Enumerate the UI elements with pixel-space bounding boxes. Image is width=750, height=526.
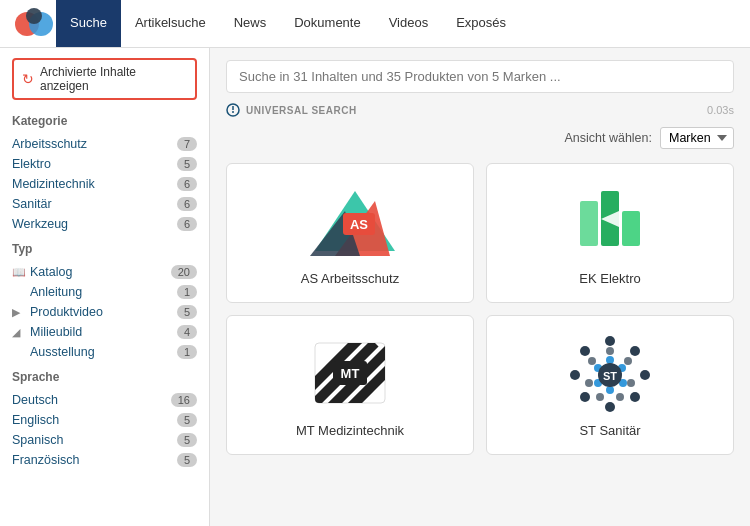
sidebar-item-franzosisch[interactable]: Französisch 5 [12, 450, 197, 470]
svg-text:AS: AS [350, 217, 368, 232]
sidebar-item-ausstellung[interactable]: Ausstellung 1 [12, 342, 197, 362]
svg-point-23 [605, 336, 615, 346]
brand-card-st[interactable]: ST ST Sanitär [486, 315, 734, 455]
svg-point-31 [606, 347, 614, 355]
st-logo: ST [565, 333, 655, 413]
svg-text:ST: ST [603, 370, 617, 382]
svg-rect-13 [622, 211, 640, 246]
svg-rect-11 [580, 201, 598, 246]
brand-name-st: ST Sanitär [579, 423, 640, 438]
svg-point-38 [606, 356, 614, 364]
search-input[interactable] [226, 60, 734, 93]
ek-logo [565, 181, 655, 261]
mt-logo: MT [305, 333, 395, 413]
header: Suche Artikelsuche News Dokumente Videos… [0, 0, 750, 48]
svg-point-32 [624, 357, 632, 365]
sidebar-item-arbeitsschutz[interactable]: Arbeitsschutz 7 [12, 134, 197, 154]
search-meta: UNIVERSAL SEARCH 0.03s [226, 103, 734, 117]
brand-name-as: AS Arbeitsschutz [301, 271, 399, 286]
nav-news[interactable]: News [220, 0, 281, 47]
svg-point-2 [26, 8, 42, 24]
video-icon: ▶ [12, 306, 26, 319]
kategorie-list: Arbeitsschutz 7 Elektro 5 Medizintechnik… [12, 134, 197, 234]
sidebar-item-milieubild[interactable]: ◢ Milieubild 4 [12, 322, 197, 342]
universal-search-icon [226, 103, 240, 117]
as-logo: AS [305, 181, 395, 261]
sidebar-item-produktvideo[interactable]: ▶ Produktvideo 5 [12, 302, 197, 322]
main-layout: ↻ Archivierte Inhalte anzeigen Kategorie… [0, 48, 750, 526]
svg-point-30 [580, 346, 590, 356]
svg-point-37 [588, 357, 596, 365]
universal-badge: UNIVERSAL SEARCH [246, 105, 357, 116]
svg-point-35 [596, 393, 604, 401]
svg-point-24 [630, 346, 640, 356]
sidebar-item-englisch[interactable]: Englisch 5 [12, 410, 197, 430]
svg-point-36 [585, 379, 593, 387]
content-area: UNIVERSAL SEARCH 0.03s Ansicht wählen: M… [210, 48, 750, 526]
brand-grid: AS AS Arbeitsschutz EK Elektro [226, 163, 734, 455]
nav-artikelsuche[interactable]: Artikelsuche [121, 0, 220, 47]
typ-title: Typ [12, 242, 197, 256]
sidebar: ↻ Archivierte Inhalte anzeigen Kategorie… [0, 48, 210, 526]
archive-button[interactable]: ↻ Archivierte Inhalte anzeigen [12, 58, 197, 100]
svg-point-27 [605, 402, 615, 412]
archive-icon: ↻ [22, 71, 34, 87]
search-time: 0.03s [707, 104, 734, 116]
sidebar-item-sanitar[interactable]: Sanitär 6 [12, 194, 197, 214]
svg-point-28 [580, 392, 590, 402]
sidebar-item-elektro[interactable]: Elektro 5 [12, 154, 197, 174]
brand-card-mt[interactable]: MT MT Medizintechnik [226, 315, 474, 455]
typ-list: 📖 Katalog 20 Anleitung 1 ▶ Produktvideo … [12, 262, 197, 362]
sidebar-item-katalog[interactable]: 📖 Katalog 20 [12, 262, 197, 282]
nav-suche[interactable]: Suche [56, 0, 121, 47]
sidebar-item-deutsch[interactable]: Deutsch 16 [12, 390, 197, 410]
image-icon: ◢ [12, 326, 26, 339]
nav-dokumente[interactable]: Dokumente [280, 0, 374, 47]
svg-text:MT: MT [341, 366, 360, 381]
brand-name-mt: MT Medizintechnik [296, 423, 404, 438]
svg-point-25 [640, 370, 650, 380]
sidebar-item-werkzeug[interactable]: Werkzeug 6 [12, 214, 197, 234]
sprache-title: Sprache [12, 370, 197, 384]
sprache-list: Deutsch 16 Englisch 5 Spanisch 5 Französ… [12, 390, 197, 470]
nav-exposes[interactable]: Exposés [442, 0, 520, 47]
svg-point-26 [630, 392, 640, 402]
view-label: Ansicht wählen: [564, 131, 652, 145]
sidebar-item-medizintechnik[interactable]: Medizintechnik 6 [12, 174, 197, 194]
brand-card-ek[interactable]: EK Elektro [486, 163, 734, 303]
sidebar-item-anleitung[interactable]: Anleitung 1 [12, 282, 197, 302]
svg-point-34 [616, 393, 624, 401]
sidebar-item-spanisch[interactable]: Spanisch 5 [12, 430, 197, 450]
archive-button-label: Archivierte Inhalte anzeigen [40, 65, 187, 93]
svg-point-41 [606, 386, 614, 394]
brand-card-as[interactable]: AS AS Arbeitsschutz [226, 163, 474, 303]
kategorie-title: Kategorie [12, 114, 197, 128]
book-icon: 📖 [12, 266, 26, 279]
svg-point-5 [232, 111, 234, 113]
view-selector: Ansicht wählen: Marken [226, 127, 734, 149]
nav-videos[interactable]: Videos [375, 0, 443, 47]
dp-logo [12, 5, 56, 43]
brand-name-ek: EK Elektro [579, 271, 640, 286]
svg-point-29 [570, 370, 580, 380]
main-nav: Suche Artikelsuche News Dokumente Videos… [56, 0, 520, 47]
view-select[interactable]: Marken [660, 127, 734, 149]
svg-point-33 [627, 379, 635, 387]
